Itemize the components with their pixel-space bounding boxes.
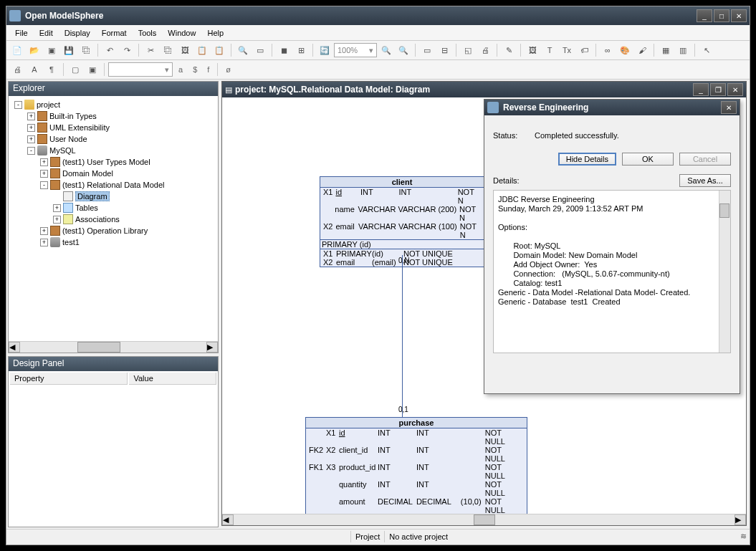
layout2-icon[interactable]: ▥ (675, 42, 691, 58)
open-icon[interactable]: 📂 (27, 42, 42, 58)
expand-icon[interactable]: + (27, 124, 35, 132)
col-value[interactable]: Value (129, 373, 216, 385)
ok-button[interactable]: OK (622, 153, 674, 166)
status-db-icon[interactable]: ≋ (737, 531, 750, 542)
tree-item[interactable]: +Built-in Types (11, 110, 215, 122)
menu-file[interactable]: File (9, 27, 34, 39)
new-icon[interactable]: 📄 (9, 42, 25, 58)
tree-label: Diagram (75, 191, 110, 201)
minimize-button[interactable]: _ (697, 9, 712, 22)
expand-icon[interactable]: + (53, 204, 61, 212)
tree-item[interactable]: +(test1) Operation Library (11, 225, 215, 236)
cut-icon[interactable]: ✂ (143, 42, 158, 58)
save-as-button[interactable]: Save As... (679, 174, 731, 187)
label-a: a (174, 65, 187, 74)
collapse-icon[interactable]: ◼ (276, 42, 292, 58)
expand-icon[interactable]: + (40, 227, 48, 235)
pointer-icon[interactable]: ↖ (699, 42, 714, 58)
expand-icon[interactable]: + (40, 158, 48, 166)
erd-table-client[interactable]: client X1idINTINTNOT NnameVARCHARVARCHAR… (320, 176, 484, 267)
expand-icon[interactable]: - (40, 181, 48, 189)
erd-table-purchase[interactable]: purchase X1idINTINTNOT NULLFK2X2client_i… (305, 417, 527, 514)
color-icon[interactable]: 🎨 (617, 42, 633, 58)
diagram-hscroll[interactable]: ◀▶ (222, 514, 746, 525)
text-icon[interactable]: T (542, 42, 558, 58)
copyimg-icon[interactable]: 🖼 (177, 42, 193, 58)
col-property[interactable]: Property (10, 373, 128, 385)
diagram-min-button[interactable]: _ (693, 83, 709, 96)
zoom-combo[interactable]: 100%▾ (334, 43, 377, 57)
image-icon[interactable]: 🖼 (525, 42, 540, 58)
zoomout-icon[interactable]: 🔍 (396, 42, 411, 58)
tree-icon[interactable]: ⊞ (293, 42, 309, 58)
details-vscroll[interactable] (719, 191, 730, 353)
refresh-icon[interactable]: 🔄 (317, 42, 332, 58)
layout1-icon[interactable]: ▦ (658, 42, 674, 58)
menu-format[interactable]: Format (96, 27, 133, 39)
pastesp-icon[interactable]: 📋 (211, 42, 227, 58)
menu-window[interactable]: Window (162, 27, 201, 39)
menu-help[interactable]: Help (201, 27, 229, 39)
dialog-close-button[interactable]: ✕ (721, 101, 737, 114)
diagram-close-button[interactable]: ✕ (727, 83, 743, 96)
copy-icon[interactable]: ⿻ (160, 42, 176, 58)
explorer-hscroll[interactable]: ◀▶ (9, 341, 218, 353)
edit-icon[interactable]: ✎ (501, 42, 517, 58)
tree-item[interactable]: +UML Extensibility (11, 122, 215, 133)
expand-icon[interactable]: + (27, 135, 35, 143)
page-icon[interactable]: ▭ (419, 42, 435, 58)
box2-icon[interactable]: ▣ (85, 62, 100, 77)
print2-icon[interactable]: 🖨 (9, 62, 25, 77)
expand-icon[interactable]: - (27, 147, 35, 155)
paste-icon[interactable]: 📋 (194, 42, 210, 58)
pagebreak-icon[interactable]: ⊟ (436, 42, 452, 58)
tree-item[interactable]: -MySQL (11, 145, 215, 156)
font-icon[interactable]: A (27, 62, 42, 77)
erd-column: amountDECIMALDECIMAL(10,0)NOT NULL (306, 497, 527, 514)
label-icon[interactable]: 🏷 (576, 42, 592, 58)
details-text[interactable]: JDBC Reverse Engineering Sunday, March 2… (493, 190, 731, 353)
tree-item[interactable]: +Associations (11, 214, 215, 225)
tree-item[interactable]: -project (11, 99, 215, 110)
undo-icon[interactable]: ↶ (102, 42, 118, 58)
diagram-canvas[interactable]: client X1idINTINTNOT NnameVARCHARVARCHAR… (222, 97, 746, 514)
style-combo[interactable]: ▾ (108, 62, 173, 77)
zoomin-icon[interactable]: 🔍 (378, 42, 394, 58)
expand-icon[interactable]: + (40, 170, 48, 178)
erd-column: X1idINTINTNOT N (320, 188, 484, 205)
close-icon[interactable]: ▣ (44, 42, 59, 58)
box-icon[interactable]: ▢ (67, 62, 83, 77)
expand-icon[interactable]: + (40, 239, 48, 246)
expand-icon[interactable]: + (27, 112, 35, 120)
menu-display[interactable]: Display (59, 27, 96, 39)
save-icon[interactable]: 💾 (61, 42, 77, 58)
para-icon[interactable]: ¶ (44, 62, 59, 77)
expand-icon[interactable]: - (14, 101, 22, 109)
find-icon[interactable]: 🔍 (235, 42, 251, 58)
print-icon[interactable]: 🖨 (477, 42, 493, 58)
link-icon[interactable]: ∞ (600, 42, 616, 58)
expand-icon[interactable]: + (53, 216, 61, 224)
explorer-tree[interactable]: -project+Built-in Types+UML Extensibilit… (9, 96, 218, 341)
tree-item[interactable]: +test1 (11, 236, 215, 248)
tree-item[interactable]: +(test1) User Types Model (11, 156, 215, 168)
maximize-button[interactable]: □ (714, 9, 729, 22)
tree-label: (test1) User Types Model (62, 158, 150, 166)
diagram-max-button[interactable]: ❐ (710, 83, 726, 96)
select-icon[interactable]: ▭ (252, 42, 268, 58)
redo-icon[interactable]: ↷ (119, 42, 135, 58)
menu-tools[interactable]: Tools (133, 27, 163, 39)
tree-item[interactable]: +User Node (11, 133, 215, 145)
preview-icon[interactable]: ◱ (460, 42, 476, 58)
tree-item[interactable]: Diagram (11, 191, 215, 202)
text2-icon[interactable]: Tx (559, 42, 575, 58)
tree-icon (37, 145, 47, 155)
brush-icon[interactable]: 🖌 (634, 42, 650, 58)
close-button[interactable]: ✕ (731, 9, 747, 22)
tree-item[interactable]: -(test1) Relational Data Model (11, 179, 215, 191)
menu-edit[interactable]: Edit (34, 27, 59, 39)
saveall-icon[interactable]: ⿻ (78, 42, 94, 58)
tree-item[interactable]: +Domain Model (11, 168, 215, 179)
hide-details-button[interactable]: Hide Details (558, 153, 616, 166)
tree-item[interactable]: +Tables (11, 202, 215, 214)
